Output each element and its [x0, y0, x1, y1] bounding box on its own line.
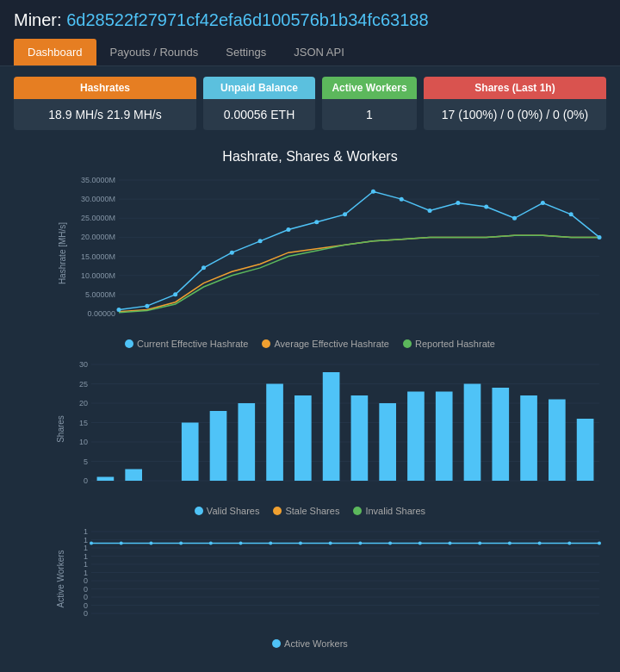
legend-valid-dot — [195, 507, 203, 515]
legend-workers: Active Workers — [272, 638, 348, 649]
workers-chart — [57, 523, 608, 635]
charts-section: Hashrate, Shares & Workers Current Effec… — [0, 140, 620, 664]
legend-stale: Stale Shares — [273, 506, 339, 516]
nav-dashboard[interactable]: Dashboard — [14, 39, 96, 65]
hashrate-legend: Current Effective Hashrate Average Effec… — [14, 339, 606, 349]
legend-current-dot — [125, 339, 133, 348]
legend-current: Current Effective Hashrate — [125, 339, 248, 349]
nav-payouts[interactable]: Payouts / Rounds — [96, 39, 213, 65]
unpaid-value: 0.00056 ETH — [203, 99, 315, 130]
workers-card: Active Workers 1 — [322, 77, 417, 130]
legend-reported-dot — [403, 339, 412, 348]
hashrates-value: 18.9 MH/s 21.9 MH/s — [14, 99, 196, 130]
hashrates-card: Hashrates 18.9 MH/s 21.9 MH/s — [14, 77, 196, 130]
nav-jsonapi[interactable]: JSON API — [280, 39, 358, 65]
hashrate-chart — [57, 171, 608, 335]
unpaid-title: Unpaid Balance — [203, 77, 315, 99]
legend-reported: Reported Hashrate — [403, 339, 495, 349]
shares-legend: Valid Shares Stale Shares Invalid Shares — [14, 506, 606, 516]
hashrate-chart-wrapper — [14, 171, 606, 335]
miner-id: 6d28522f27971cf42efa6d100576b1b34fc63188 — [66, 10, 428, 29]
shares-card: Shares (Last 1h) 17 (100%) / 0 (0%) / 0 … — [424, 77, 606, 130]
shares-chart — [57, 356, 608, 502]
workers-value: 1 — [322, 99, 417, 130]
legend-stale-dot — [273, 507, 282, 515]
navigation: Dashboard Payouts / Rounds Settings JSON… — [14, 39, 606, 65]
legend-workers-dot — [272, 639, 281, 648]
shares-title: Shares (Last 1h) — [424, 77, 606, 99]
workers-title: Active Workers — [322, 77, 417, 99]
main-chart-title: Hashrate, Shares & Workers — [14, 149, 606, 165]
workers-chart-wrapper — [14, 523, 606, 635]
workers-footer: Workers (1 active) — [0, 664, 620, 672]
legend-invalid: Invalid Shares — [353, 506, 425, 516]
unpaid-card: Unpaid Balance 0.00056 ETH — [203, 77, 315, 130]
hashrates-title: Hashrates — [14, 77, 196, 99]
shares-value: 17 (100%) / 0 (0%) / 0 (0%) — [424, 99, 606, 130]
miner-title: Miner: 6d28522f27971cf42efa6d100576b1b34… — [14, 10, 606, 30]
stats-row: Hashrates 18.9 MH/s 21.9 MH/s Unpaid Bal… — [0, 66, 620, 140]
legend-average: Average Effective Hashrate — [262, 339, 389, 349]
legend-average-dot — [262, 339, 270, 348]
legend-valid: Valid Shares — [195, 506, 260, 516]
legend-invalid-dot — [353, 507, 362, 515]
nav-settings[interactable]: Settings — [212, 39, 280, 65]
workers-legend: Active Workers — [14, 638, 606, 649]
shares-chart-wrapper — [14, 356, 606, 502]
